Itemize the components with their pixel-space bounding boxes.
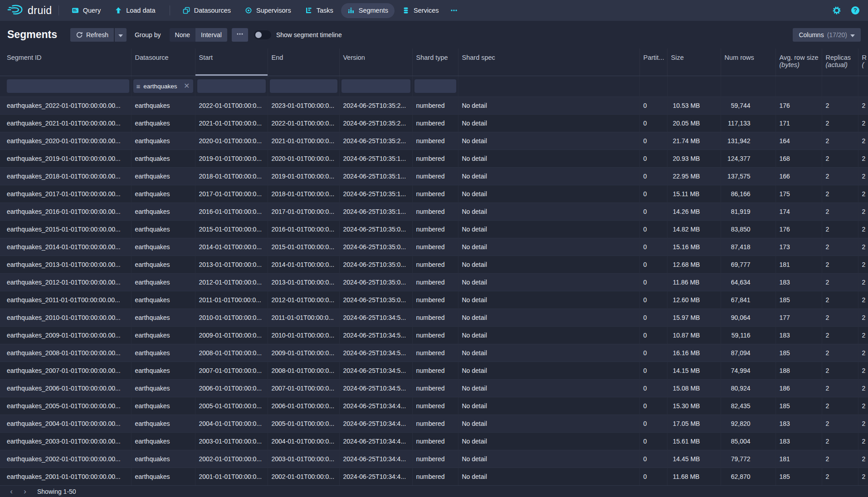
cell-repl_factor[interactable]: 2 (858, 167, 868, 185)
column-header-start[interactable]: Start (195, 48, 268, 76)
cell-avg_row_size[interactable]: 181 (775, 256, 822, 273)
cell-start[interactable]: 2014-01-01T00:00:0... (195, 238, 268, 256)
cell-avg_row_size[interactable]: 175 (775, 185, 822, 203)
cell-replicas[interactable]: 2 (822, 379, 858, 397)
nav-item-segments[interactable]: Segments (341, 3, 395, 18)
cell-start[interactable]: 2017-01-01T00:00:0... (195, 185, 268, 203)
cell-start[interactable]: 2008-01-01T00:00:0... (195, 344, 268, 362)
more-icon[interactable] (447, 4, 461, 17)
cell-repl_factor[interactable]: 2 (858, 97, 868, 114)
previous-page-button[interactable]: ‹ (5, 487, 18, 495)
cell-start[interactable]: 2003-01-01T00:00:0... (195, 432, 268, 450)
cell-num_rows[interactable]: 137,575 (721, 167, 775, 185)
cell-replicas[interactable]: 2 (822, 167, 858, 185)
cell-shard_type[interactable]: numbered (412, 220, 458, 238)
cell-segment_id[interactable]: earthquakes_2020-01-01T00:00:00.00... (0, 132, 131, 150)
cell-version[interactable]: 2024-06-25T10:35:1... (339, 185, 412, 203)
cell-size[interactable]: 22.95 MB (667, 167, 721, 185)
cell-replicas[interactable]: 2 (822, 432, 858, 450)
column-header-segment_id[interactable]: Segment ID (0, 48, 131, 76)
refresh-button[interactable]: Refresh (70, 28, 114, 42)
cell-start[interactable]: 2011-01-01T00:00:0... (195, 291, 268, 309)
cell-size[interactable]: 14.15 MB (667, 362, 721, 379)
cell-replicas[interactable]: 2 (822, 203, 858, 220)
cell-num_rows[interactable]: 86,166 (721, 185, 775, 203)
cell-partition[interactable]: 0 (639, 415, 667, 432)
cell-num_rows[interactable]: 81,919 (721, 203, 775, 220)
cell-num_rows[interactable]: 59,116 (721, 326, 775, 344)
cell-partition[interactable]: 0 (639, 344, 667, 362)
cell-avg_row_size[interactable]: 185 (775, 291, 822, 309)
cell-avg_row_size[interactable]: 183 (775, 326, 822, 344)
cell-partition[interactable]: 0 (639, 326, 667, 344)
cell-end[interactable]: 2003-01-01T00:00:0... (268, 450, 339, 468)
column-header-shard_type[interactable]: Shard type (412, 48, 458, 76)
column-header-size[interactable]: Size (667, 48, 721, 76)
cell-datasource[interactable]: earthquakes (131, 220, 195, 238)
cell-shard_spec[interactable]: No detail (458, 344, 639, 362)
cell-size[interactable]: 12.68 MB (667, 256, 721, 273)
cell-datasource[interactable]: earthquakes (131, 344, 195, 362)
cell-avg_row_size[interactable]: 185 (775, 397, 822, 415)
cell-end[interactable]: 2012-01-01T00:00:0... (268, 291, 339, 309)
cell-start[interactable]: 2009-01-01T00:00:0... (195, 326, 268, 344)
column-header-num_rows[interactable]: Num rows (721, 48, 775, 76)
cell-datasource[interactable]: earthquakes (131, 256, 195, 273)
cell-num_rows[interactable]: 79,772 (721, 450, 775, 468)
cell-avg_row_size[interactable]: 181 (775, 450, 822, 468)
cell-start[interactable]: 2013-01-01T00:00:0... (195, 256, 268, 273)
column-header-repl_factor[interactable]: R( (858, 48, 868, 76)
cell-repl_factor[interactable]: 2 (858, 415, 868, 432)
column-header-avg_row_size[interactable]: Avg. row size(bytes) (775, 48, 822, 76)
segment-timeline-toggle[interactable] (254, 30, 271, 39)
cell-version[interactable]: 2024-06-25T10:34:5... (339, 309, 412, 326)
cell-repl_factor[interactable]: 2 (858, 185, 868, 203)
cell-num_rows[interactable]: 87,094 (721, 344, 775, 362)
cell-datasource[interactable]: earthquakes (131, 450, 195, 468)
cell-avg_row_size[interactable]: 168 (775, 150, 822, 167)
group-by-option-interval[interactable]: Interval (195, 28, 227, 42)
cell-replicas[interactable]: 2 (822, 344, 858, 362)
cell-repl_factor[interactable]: 2 (858, 291, 868, 309)
cell-partition[interactable]: 0 (639, 291, 667, 309)
cell-shard_type[interactable]: numbered (412, 132, 458, 150)
cell-shard_spec[interactable]: No detail (458, 203, 639, 220)
cell-segment_id[interactable]: earthquakes_2004-01-01T00:00:00.00... (0, 415, 131, 432)
cell-start[interactable]: 2001-01-01T00:00:0... (195, 468, 268, 485)
cell-partition[interactable]: 0 (639, 450, 667, 468)
cell-replicas[interactable]: 2 (822, 273, 858, 291)
cell-shard_type[interactable]: numbered (412, 238, 458, 256)
cell-start[interactable]: 2022-01-01T00:00:0... (195, 97, 268, 114)
cell-end[interactable]: 2013-01-01T00:00:0... (268, 273, 339, 291)
cell-partition[interactable]: 0 (639, 114, 667, 132)
cell-shard_type[interactable]: numbered (412, 256, 458, 273)
columns-button[interactable]: Columns (17/20) (793, 28, 861, 42)
cell-start[interactable]: 2010-01-01T00:00:0... (195, 309, 268, 326)
column-header-version[interactable]: Version (339, 48, 412, 76)
cell-segment_id[interactable]: earthquakes_2016-01-01T00:00:00.00... (0, 203, 131, 220)
cell-shard_type[interactable]: numbered (412, 326, 458, 344)
cell-num_rows[interactable]: 59,744 (721, 97, 775, 114)
cell-shard_spec[interactable]: No detail (458, 450, 639, 468)
cell-num_rows[interactable]: 82,435 (721, 397, 775, 415)
cell-shard_type[interactable]: numbered (412, 291, 458, 309)
cell-end[interactable]: 2005-01-01T00:00:0... (268, 415, 339, 432)
cell-shard_type[interactable]: numbered (412, 185, 458, 203)
cell-num_rows[interactable]: 117,133 (721, 114, 775, 132)
cell-version[interactable]: 2024-06-25T10:35:2... (339, 132, 412, 150)
cell-datasource[interactable]: earthquakes (131, 203, 195, 220)
cell-datasource[interactable]: earthquakes (131, 379, 195, 397)
cell-start[interactable]: 2005-01-01T00:00:0... (195, 397, 268, 415)
filter-input-shard_type[interactable] (414, 79, 456, 93)
cell-version[interactable]: 2024-06-25T10:34:4... (339, 432, 412, 450)
column-header-shard_spec[interactable]: Shard spec (458, 48, 639, 76)
cell-version[interactable]: 2024-06-25T10:34:5... (339, 326, 412, 344)
cell-end[interactable]: 2023-01-01T00:00:0... (268, 97, 339, 114)
cell-size[interactable]: 12.60 MB (667, 291, 721, 309)
cell-size[interactable]: 15.11 MB (667, 185, 721, 203)
cell-size[interactable]: 15.08 MB (667, 379, 721, 397)
cell-size[interactable]: 10.53 MB (667, 97, 721, 114)
cell-replicas[interactable]: 2 (822, 326, 858, 344)
toolbar-more-button[interactable] (232, 28, 248, 42)
column-header-end[interactable]: End (268, 48, 339, 76)
